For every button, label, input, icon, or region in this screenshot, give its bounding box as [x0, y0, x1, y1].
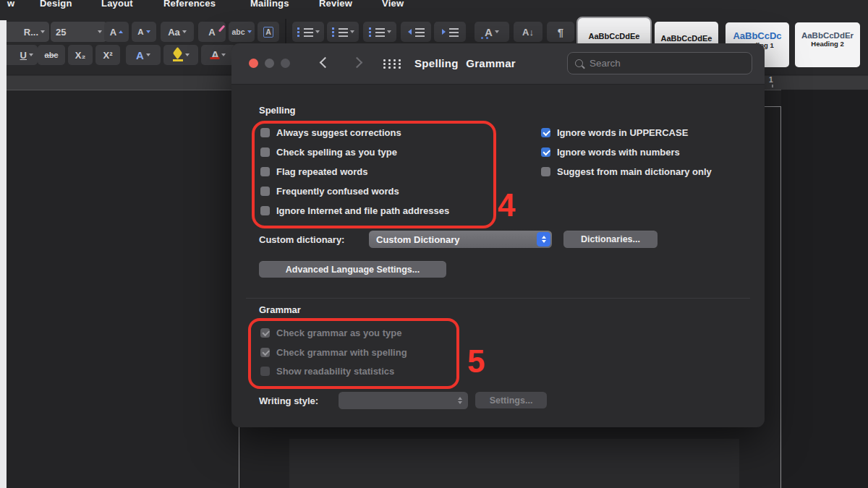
pink-pen-icon: [218, 25, 226, 32]
checkbox-checked[interactable]: [541, 128, 550, 137]
option-label: Suggest from main dictionary only: [557, 166, 712, 177]
grow-font-button[interactable]: A: [104, 22, 129, 42]
document-content-block: [289, 439, 739, 488]
chevron-down-icon: [350, 30, 354, 33]
custom-dictionary-dropdown[interactable]: Custom Dictionary: [369, 231, 552, 248]
screen: w Design Layout References Mailings Revi…: [0, 0, 868, 488]
chevron-down-icon: [41, 30, 45, 33]
tab-review[interactable]: Review: [319, 0, 352, 10]
dictionaries-button[interactable]: Dictionaries...: [563, 231, 658, 248]
text-color-button[interactable]: A: [126, 45, 161, 65]
underline-icon: U: [20, 50, 27, 61]
decrease-indent-icon: [408, 29, 412, 35]
chevron-down-icon: [315, 30, 320, 33]
option-ignore-numbers[interactable]: Ignore words with numbers: [541, 145, 680, 158]
forward-button[interactable]: [352, 57, 363, 69]
left-window-edge: [0, 20, 7, 488]
caret-down-icon: [146, 30, 150, 33]
strikethrough-button[interactable]: abc: [38, 45, 65, 65]
option-label: Ignore words with numbers: [557, 147, 680, 158]
tab-partial[interactable]: w: [7, 0, 14, 10]
highlighter-icon: [173, 46, 182, 59]
tab-design[interactable]: Design: [40, 0, 72, 10]
highlight-button[interactable]: [163, 45, 198, 65]
phonetic-guide-icon: abc: [231, 27, 244, 36]
font-size-combo[interactable]: 25: [51, 22, 107, 42]
chevron-down-icon: [221, 53, 226, 56]
tab-view[interactable]: View: [382, 0, 404, 10]
multilevel-list-icon: [369, 27, 372, 37]
tab-layout[interactable]: Layout: [101, 0, 133, 10]
tab-mailings[interactable]: Mailings: [250, 0, 289, 10]
character-border-button[interactable]: A: [258, 22, 279, 42]
shrink-font-icon: A: [137, 27, 143, 36]
grammar-section-header: Grammar: [259, 304, 301, 315]
change-case-button[interactable]: Aa: [161, 22, 194, 42]
font-size-value: 25: [56, 27, 66, 38]
list-lines-icon: [415, 27, 425, 37]
spelling-grammar-dialog: Spelling Grammar Spelling Always suggest…: [231, 43, 765, 427]
text-effects-button[interactable]: A: [475, 22, 509, 42]
chevron-down-icon: [146, 53, 150, 56]
show-paragraph-marks-button[interactable]: ¶: [547, 22, 574, 42]
chevron-down-icon: [495, 30, 499, 33]
dialog-title: Spelling Grammar: [414, 57, 516, 69]
option-ignore-uppercase[interactable]: Ignore words in UPPERCASE: [541, 126, 688, 139]
search-input[interactable]: [588, 57, 728, 69]
stepper-icon: [537, 232, 550, 247]
style-card-heading2[interactable]: AaBbCcDdEr Heading 2: [795, 22, 860, 67]
style-preview: AaBbCcDdEe: [589, 32, 640, 40]
superscript-button[interactable]: X²: [95, 45, 120, 65]
bullets-button[interactable]: [292, 22, 324, 42]
option-label: Ignore words in UPPERCASE: [557, 127, 688, 138]
zoom-button[interactable]: [281, 59, 290, 68]
minimize-button[interactable]: [265, 59, 274, 68]
change-case-icon: Aa: [168, 27, 180, 38]
increase-indent-button[interactable]: [434, 22, 466, 42]
show-all-preferences-icon[interactable]: [381, 58, 401, 70]
section-divider: [246, 298, 750, 299]
font-color-button[interactable]: A: [201, 45, 236, 65]
character-border-icon: A: [263, 27, 273, 38]
list-lines-icon: [304, 27, 313, 37]
option-suggest-main-dictionary[interactable]: Suggest from main dictionary only: [541, 165, 712, 178]
shrink-font-button[interactable]: A: [132, 22, 156, 42]
grow-font-icon: A: [110, 27, 116, 38]
list-lines-icon: [449, 27, 459, 37]
chevron-down-icon: [98, 30, 102, 33]
back-button[interactable]: [320, 57, 331, 69]
text-effects-icon: A: [485, 26, 493, 38]
close-button[interactable]: [249, 59, 258, 68]
checkbox-checked[interactable]: [541, 147, 550, 157]
font-name-combo[interactable]: R...: [0, 22, 49, 42]
annotation-box-grammar: [248, 318, 459, 389]
list-lines-icon: [339, 27, 348, 37]
numbering-button[interactable]: [327, 22, 359, 42]
annotation-number-4: 4: [498, 189, 515, 221]
pilcrow-icon: ¶: [558, 26, 563, 38]
advanced-language-settings-button[interactable]: Advanced Language Settings...: [259, 261, 446, 278]
ruler-mark: 1: [769, 76, 773, 84]
style-preview: AaBbCcDdEe: [661, 34, 712, 43]
style-preview: AaBbCcDc: [726, 30, 789, 41]
checkbox-unchecked[interactable]: [541, 167, 550, 176]
ruler-tick: [772, 85, 773, 87]
text-color-icon: A: [136, 49, 144, 61]
stepper-icon: [453, 393, 467, 408]
clear-formatting-icon: A: [208, 27, 215, 38]
tab-references[interactable]: References: [163, 0, 216, 10]
style-label: Heading 2: [795, 40, 860, 48]
chevron-down-icon: [185, 53, 190, 56]
subscript-icon: X₂: [75, 50, 85, 61]
caret-down-icon: [247, 30, 252, 33]
clear-formatting-button[interactable]: A: [198, 22, 226, 42]
sort-button[interactable]: A↓: [514, 22, 542, 42]
custom-dictionary-label: Custom dictionary:: [259, 234, 344, 245]
subscript-button[interactable]: X₂: [68, 45, 93, 65]
phonetic-guide-button[interactable]: abc: [229, 22, 255, 42]
decrease-indent-button[interactable]: [401, 22, 431, 42]
search-field[interactable]: [567, 52, 752, 74]
multilevel-list-button[interactable]: [363, 22, 396, 42]
workspace-right: [781, 90, 868, 488]
writing-style-dropdown: [339, 392, 468, 409]
